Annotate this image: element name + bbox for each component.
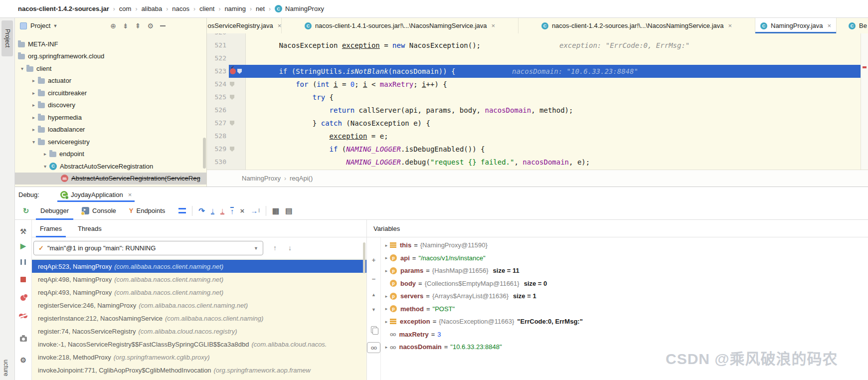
- tree-item[interactable]: ▸hypermedia: [15, 111, 206, 123]
- code-line-526[interactable]: 526 return callServer(api, params, body,…: [207, 104, 861, 117]
- mute-breakpoints-icon[interactable]: [15, 313, 31, 319]
- expand-arrow-icon[interactable]: ▸: [383, 345, 390, 350]
- variable-row-params[interactable]: ▸pparams={HashMap@11656}size = 11: [381, 264, 868, 277]
- pause-program-icon[interactable]: [15, 259, 31, 265]
- breadcrumb-item[interactable]: alibaba: [141, 5, 162, 12]
- move-watch-down-icon[interactable]: ▼: [367, 307, 380, 312]
- code-line-530[interactable]: 530 NAMING_LOGGER.debug("request {} fail…: [207, 156, 861, 169]
- tree-item[interactable]: ▸endpoint: [15, 148, 206, 160]
- chevron-down-icon[interactable]: ▼: [254, 246, 258, 251]
- breadcrumb-item[interactable]: nacos-client-1.4.2-sources.jar: [18, 5, 109, 12]
- tree-item[interactable]: ▸circuitbreaker: [15, 87, 206, 99]
- variable-row-maxRetry[interactable]: oomaxRetry=3: [381, 328, 868, 341]
- expand-arrow-icon[interactable]: ▸: [383, 294, 390, 299]
- tree-item[interactable]: ▾client: [15, 62, 206, 74]
- line-number[interactable]: 530: [207, 156, 229, 169]
- frame-row[interactable]: invokeJoinpoint:771, CglibAopProxy$Cglib…: [32, 364, 366, 377]
- thread-dropdown[interactable]: ✓ "main"@1 in group "main": RUNNING ▼: [33, 241, 263, 255]
- breadcrumb-item[interactable]: net: [256, 5, 265, 12]
- line-number[interactable]: 520: [207, 33, 229, 39]
- stop-icon[interactable]: [15, 277, 31, 282]
- show-watches-icon[interactable]: oo: [367, 342, 380, 353]
- variable-row-body[interactable]: pbody={Collections$EmptyMap@11661}size =…: [381, 277, 868, 290]
- chevron-collapsed-icon[interactable]: ▸: [29, 90, 38, 96]
- line-number[interactable]: 529: [207, 143, 229, 156]
- close-icon[interactable]: ×: [728, 22, 732, 29]
- tree-item[interactable]: META-INF: [15, 38, 206, 50]
- frame-row[interactable]: reqApi:493, NamingProxy(com.alibaba.naco…: [32, 286, 366, 299]
- editor-tab[interactable]: osServiceRegistry.java×: [207, 18, 282, 33]
- force-step-into-icon[interactable]: ↓: [220, 207, 224, 214]
- error-stripe-breakpoint-mark[interactable]: [863, 66, 867, 68]
- tree-item[interactable]: ▾serviceregistry: [15, 136, 206, 148]
- frame-row[interactable]: reqApi:498, NamingProxy(com.alibaba.naco…: [32, 273, 366, 286]
- breakpoint-icon[interactable]: [230, 68, 236, 74]
- tree-item[interactable]: ▸discovery: [15, 99, 206, 111]
- tree-item[interactable]: org.springframework.cloud: [15, 50, 206, 62]
- frame-row[interactable]: reqApi:523, NamingProxy(com.alibaba.naco…: [32, 260, 366, 273]
- reset-frame-icon[interactable]: ×: [240, 206, 244, 215]
- step-into-icon[interactable]: ↓: [211, 207, 215, 214]
- view-breakpoints-icon[interactable]: [15, 295, 31, 301]
- code-line-525[interactable]: 525 try {: [207, 91, 861, 104]
- chevron-collapsed-icon[interactable]: ▸: [29, 102, 38, 108]
- editor-tab[interactable]: CNamingProxy.java×: [755, 18, 837, 33]
- project-panel-title[interactable]: Project: [30, 22, 50, 29]
- project-tree-scrollbar[interactable]: [203, 138, 206, 169]
- resume-program-icon[interactable]: ▶: [15, 242, 31, 250]
- thread-dump-icon[interactable]: [15, 336, 31, 342]
- frame-row[interactable]: proceed:163, ReflectiveMethodInvocation(…: [32, 377, 366, 380]
- chevron-collapsed-icon[interactable]: ▸: [29, 127, 38, 132]
- chevron-expanded-icon[interactable]: ▾: [29, 139, 38, 145]
- editor-tab[interactable]: Cnacos-client-1.4.2-sources.jar!\...\Nac…: [519, 18, 755, 33]
- editor-tab[interactable]: Cnacos-client-1.4.1-sources.jar!\...\Nac…: [282, 18, 519, 33]
- tool-stripe-project-button[interactable]: Project: [1, 20, 13, 56]
- frame-row[interactable]: invoke:-1, NacosServiceRegistry$$FastCla…: [32, 338, 366, 351]
- tab-debugger[interactable]: Debugger: [34, 202, 75, 220]
- variable-row-servers[interactable]: ▸pservers={Arrays$ArrayList@11636}size =…: [381, 290, 868, 302]
- tool-stripe-structure-button[interactable]: ucture: [2, 360, 9, 376]
- close-icon[interactable]: ×: [828, 22, 832, 29]
- breadcrumb-item[interactable]: com: [119, 5, 132, 12]
- collapse-all-icon[interactable]: ⇞: [135, 22, 141, 30]
- close-icon[interactable]: ×: [128, 191, 132, 198]
- variable-row-exception[interactable]: ▸exception={NacosException@11663}"ErrCod…: [381, 315, 868, 328]
- layout-options-icon[interactable]: ▤: [285, 206, 292, 215]
- code-line-529[interactable]: 529 if (NAMING_LOGGER.isDebugEnabled()) …: [207, 143, 861, 156]
- step-over-icon[interactable]: ↷: [198, 206, 205, 215]
- previous-frame-icon[interactable]: ↑: [273, 244, 277, 252]
- frame-row[interactable]: register:74, NacosServiceRegistry(com.al…: [32, 325, 366, 338]
- variable-row-method[interactable]: ▸pmethod="POST": [381, 303, 868, 315]
- editor-breadcrumb-method[interactable]: reqApi(): [290, 175, 313, 182]
- tab-console[interactable]: Console: [75, 202, 123, 220]
- duplicate-watch-icon[interactable]: [367, 326, 380, 333]
- step-out-icon[interactable]: ↑: [230, 207, 234, 214]
- chevron-collapsed-icon[interactable]: ▸: [29, 78, 38, 83]
- code-line-521[interactable]: 521 NacosException exception = new Nacos…: [207, 39, 861, 52]
- move-watch-up-icon[interactable]: ▲: [367, 292, 380, 297]
- settings-gear-icon[interactable]: ⚙: [147, 22, 154, 30]
- line-number[interactable]: 528: [207, 130, 229, 143]
- expand-arrow-icon[interactable]: ▸: [383, 319, 390, 324]
- chevron-collapsed-icon[interactable]: ▸: [41, 151, 49, 157]
- code-line-528[interactable]: 528 exception = e;: [207, 130, 861, 143]
- run-to-cursor-icon[interactable]: →: [250, 206, 260, 215]
- close-icon[interactable]: ×: [278, 22, 282, 29]
- line-number[interactable]: 526: [207, 104, 229, 117]
- next-frame-icon[interactable]: ↓: [288, 244, 292, 252]
- breadcrumb-item[interactable]: nacos: [172, 5, 189, 12]
- breadcrumb-item[interactable]: NamingProxy: [285, 5, 324, 12]
- hide-panel-icon[interactable]: [160, 25, 166, 26]
- frames-scrollbar[interactable]: [363, 242, 365, 273]
- close-icon[interactable]: ×: [492, 22, 496, 29]
- line-number[interactable]: 527: [207, 117, 229, 130]
- tab-threads[interactable]: Threads: [70, 220, 110, 237]
- line-number[interactable]: 521: [207, 39, 229, 52]
- code-line-524[interactable]: 524 for (int i = 0; i < maxRetry; i++) {: [207, 78, 861, 91]
- expand-arrow-icon[interactable]: ▸: [383, 243, 390, 248]
- tab-frames[interactable]: Frames: [32, 220, 70, 237]
- debug-session-tab[interactable]: JoydayApplication ×: [57, 187, 135, 202]
- variable-row-api[interactable]: ▸papi="/nacos/v1/ns/instance": [381, 252, 868, 264]
- breadcrumb-item[interactable]: naming: [224, 5, 246, 12]
- expand-arrow-icon[interactable]: ▸: [383, 306, 390, 311]
